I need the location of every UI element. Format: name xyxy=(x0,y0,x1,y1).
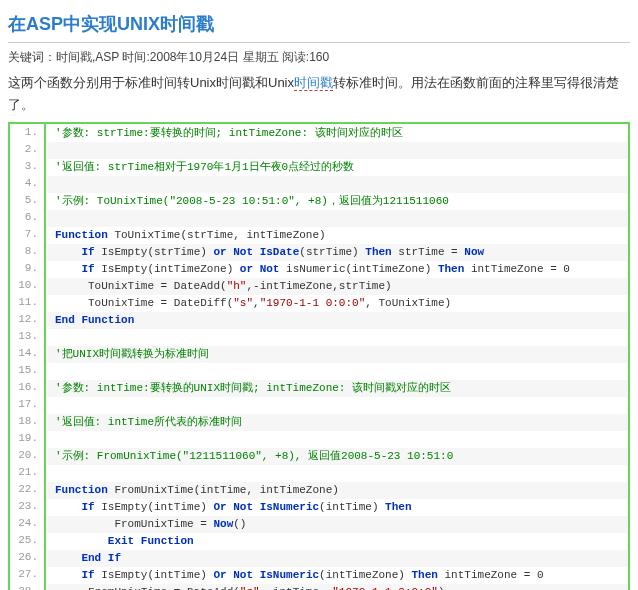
post-title: 在ASP中实现UNIX时间戳 xyxy=(8,12,630,43)
post-description: 这两个函数分别用于标准时间转Unix时间戳和Unix时间戳转标准时间。用法在函数… xyxy=(8,72,630,116)
desc-text-pre: 这两个函数分别用于标准时间转Unix时间戳和Unix xyxy=(8,75,294,90)
post-meta: 关键词：时间戳,ASP 时间:2008年10月24日 星期五 阅读:160 xyxy=(8,49,630,66)
code-block: 1. 2. 3. 4. 5. 6. 7. 8. 9. 10. 11. 12. 1… xyxy=(8,122,630,590)
code-gutter: 1. 2. 3. 4. 5. 6. 7. 8. 9. 10. 11. 12. 1… xyxy=(9,123,45,590)
desc-link[interactable]: 时间戳 xyxy=(294,75,333,91)
code-content: '参数: strTime:要转换的时间; intTimeZone: 该时间对应的… xyxy=(45,123,629,590)
